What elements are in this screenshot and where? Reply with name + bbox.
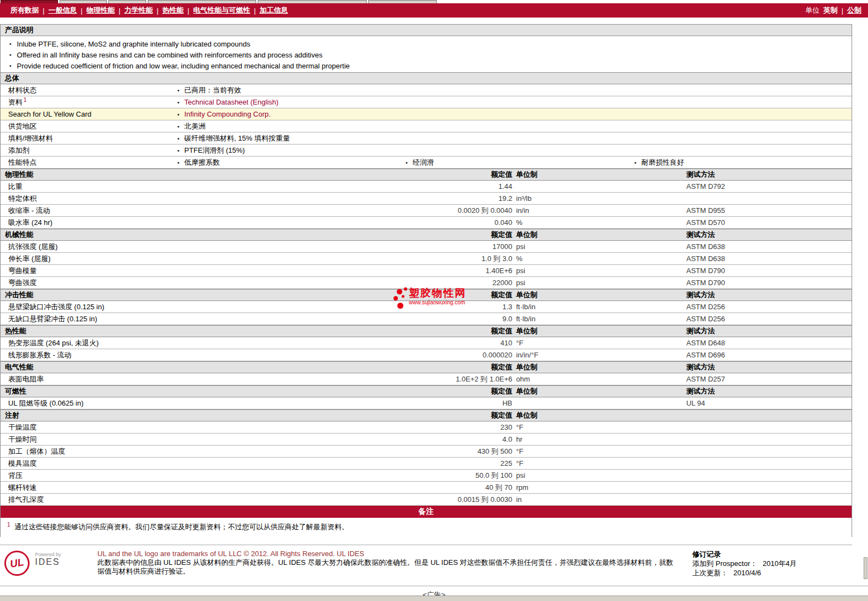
column-header-unit: 单位制 bbox=[512, 326, 682, 336]
general-row: 添加剂•PTFE润滑剂 (15%) bbox=[1, 145, 852, 157]
column-header-method: 测试方法 bbox=[682, 230, 852, 240]
general-row-value: 碳纤维增强材料, 15% 填料按重量 bbox=[184, 134, 290, 143]
test-method: ASTM D256 bbox=[682, 315, 852, 323]
property-value: 17000 bbox=[384, 242, 512, 251]
property-label: 弯曲模量 bbox=[1, 266, 384, 276]
section-header: 物理性能额定值单位制测试方法 bbox=[1, 169, 852, 181]
product-description-list: •Inlube PTFE, silicone, MoS2 and graphit… bbox=[1, 36, 852, 72]
property-label: 悬壁梁缺口冲击强度 (0.125 in) bbox=[1, 302, 384, 312]
revision-updated-value: 2010/4/6 bbox=[733, 569, 761, 577]
nav-tab-6[interactable]: 电气性能与可燃性 bbox=[193, 5, 250, 15]
property-unit: % bbox=[512, 255, 682, 263]
property-unit: hr bbox=[512, 435, 682, 443]
test-method: ASTM D955 bbox=[682, 206, 852, 215]
vertical-scrollbar-thumb[interactable] bbox=[864, 557, 867, 579]
page-footer: UL Powered by IDES UL and the UL logo ar… bbox=[0, 545, 852, 581]
window-tab[interactable] bbox=[1, 0, 58, 3]
property-value: 1.40E+6 bbox=[384, 267, 512, 275]
nav-separator: | bbox=[254, 7, 256, 15]
bullet-icon: • bbox=[177, 99, 180, 106]
nav-separator: | bbox=[119, 7, 120, 15]
footnote-number: 1 bbox=[7, 522, 10, 528]
property-label: 特定体积 bbox=[1, 194, 384, 204]
property-row: 特定体积19.2in³/lb bbox=[1, 193, 852, 205]
general-row-link[interactable]: Infinity Compounding Corp. bbox=[184, 110, 271, 118]
general-row-value-cell: •低摩擦系数 bbox=[173, 158, 401, 167]
unit-metric-link[interactable]: 公制 bbox=[847, 5, 861, 15]
window-tab[interactable] bbox=[148, 0, 256, 3]
general-row-label: 资料1 bbox=[1, 97, 173, 107]
footer-disclaimer-cn: 此数据表中的信息由 UL IDES 从该材料的生产商处获得。UL IDES 尽最… bbox=[97, 558, 679, 576]
property-row: UL 阻燃等级 (0.0625 in)HBUL 94 bbox=[1, 397, 852, 409]
section-title: 热性能 bbox=[1, 326, 384, 336]
property-label: 弯曲强度 bbox=[1, 278, 384, 288]
property-label: UL 阻燃等级 (0.0625 in) bbox=[1, 398, 384, 408]
property-value: 1.0 到 3.0 bbox=[384, 254, 512, 264]
window-tab[interactable] bbox=[368, 0, 437, 3]
property-unit: °F bbox=[512, 459, 682, 467]
nav-tab-2[interactable]: 一般信息 bbox=[48, 5, 77, 15]
test-method: ASTM D648 bbox=[682, 339, 852, 347]
bullet-icon: • bbox=[177, 123, 180, 130]
window-tab[interactable] bbox=[60, 0, 107, 3]
section-general: 总体 bbox=[1, 72, 852, 84]
column-header-unit: 单位制 bbox=[512, 230, 682, 240]
property-row: 收缩率 - 流动0.0020 到 0.0040in/inASTM D955 bbox=[1, 205, 852, 217]
column-header-value: 额定值 bbox=[384, 230, 512, 240]
general-row-link[interactable]: Technical Datasheet (English) bbox=[184, 98, 279, 106]
general-row: 填料/增强材料•碳纤维增强材料, 15% 填料按重量 bbox=[1, 132, 852, 145]
property-unit: in bbox=[512, 495, 682, 504]
property-row: 比重1.44ASTM D792 bbox=[1, 181, 852, 193]
nav-tab-5[interactable]: 热性能 bbox=[163, 5, 184, 15]
datasheet-page: { "colors": { "accent_red": "#B30D2E", "… bbox=[0, 0, 868, 601]
property-label: 干燥时间 bbox=[1, 435, 384, 444]
top-nav-bar: 所有数据|一般信息|物理性能|力学性能|热性能|电气性能与可燃性|加工信息 单位… bbox=[0, 3, 868, 18]
property-value: 40 到 70 bbox=[384, 483, 512, 493]
property-row: 背压50.0 到 100psi bbox=[1, 470, 852, 482]
property-value: 0.0015 到 0.0030 bbox=[384, 495, 512, 505]
window-tab[interactable] bbox=[258, 0, 367, 3]
nav-tab-4[interactable]: 力学性能 bbox=[124, 5, 153, 15]
bullet-icon: • bbox=[9, 41, 11, 47]
property-row: 无缺口悬臂梁冲击 (0.125 in)9.0ft·lb/inASTM D256 bbox=[1, 313, 852, 325]
nav-tab-3[interactable]: 物理性能 bbox=[86, 5, 115, 15]
nav-tab-7[interactable]: 加工信息 bbox=[259, 5, 288, 15]
property-unit: °F bbox=[512, 447, 682, 455]
column-header-method: 测试方法 bbox=[682, 326, 852, 336]
unit-imperial[interactable]: 英制 bbox=[824, 5, 838, 15]
property-row: 弯曲强度22000psiASTM D790 bbox=[1, 277, 852, 289]
general-row-value-cell: •已商用：当前有效 bbox=[173, 85, 401, 95]
property-row: 加工（熔体）温度430 到 500°F bbox=[1, 446, 852, 458]
property-label: 背压 bbox=[1, 471, 384, 481]
property-label: 吸水率 (24 hr) bbox=[1, 218, 384, 228]
bullet-icon: • bbox=[177, 87, 180, 94]
property-label: 干燥温度 bbox=[1, 423, 384, 432]
ides-label: IDES bbox=[35, 557, 61, 567]
notes-bar-label: 备注 bbox=[419, 507, 434, 517]
property-label: 表面电阻率 bbox=[1, 374, 384, 384]
test-method: ASTM D790 bbox=[682, 267, 852, 275]
footnote-text: 通过这些链接您能够访问供应商资料。我们尽量保证及时更新资料；不过您可以从供应商处… bbox=[14, 523, 349, 531]
bullet-icon: • bbox=[177, 147, 180, 154]
property-value: 0.0020 到 0.0040 bbox=[384, 206, 512, 216]
horizontal-scrollbar[interactable] bbox=[0, 596, 868, 601]
property-unit: psi bbox=[512, 279, 682, 287]
test-method: ASTM D696 bbox=[682, 351, 852, 359]
property-row: 热变形温度 (264 psi, 未退火)410°FASTM D648 bbox=[1, 337, 852, 349]
product-description-text: Offered in all Infinity base resins and … bbox=[17, 51, 322, 59]
property-value: 19.2 bbox=[384, 194, 512, 203]
nav-tab-1[interactable]: 所有数据 bbox=[10, 5, 39, 15]
property-unit: in³/lb bbox=[512, 194, 682, 203]
column-header-method: 测试方法 bbox=[682, 290, 852, 300]
general-row: 材料状态•已商用：当前有效 bbox=[1, 84, 852, 96]
section-title: 可燃性 bbox=[1, 386, 384, 396]
column-header-unit: 单位制 bbox=[512, 386, 682, 396]
general-row-value-cell: •Technical Datasheet (English) bbox=[173, 98, 401, 106]
column-header-unit: 单位制 bbox=[512, 290, 682, 300]
general-row-label: 材料状态 bbox=[1, 85, 173, 95]
general-row-label: 供货地区 bbox=[1, 122, 173, 131]
window-tab[interactable] bbox=[108, 0, 146, 3]
general-row-value-cell: •PTFE润滑剂 (15%) bbox=[173, 146, 401, 155]
nav-separator: | bbox=[188, 7, 189, 15]
column-header-unit: 单位制 bbox=[512, 362, 682, 372]
